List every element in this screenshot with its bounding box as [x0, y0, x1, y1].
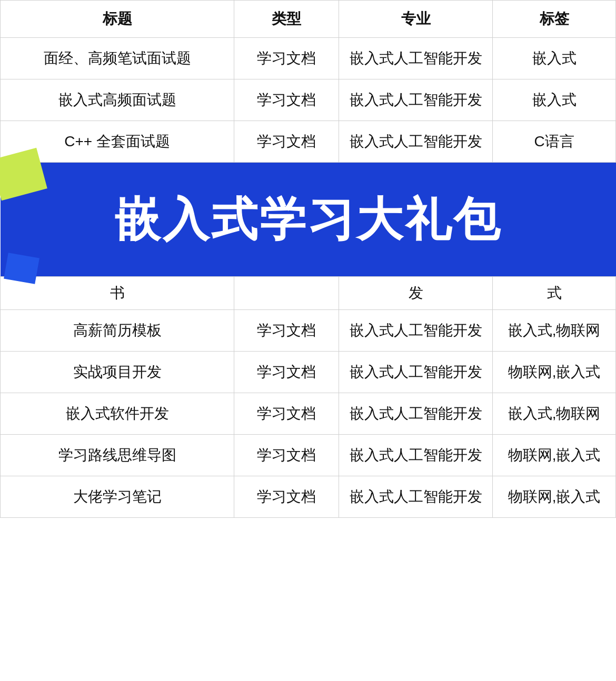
table-header-row: 标题 类型 专业 标签 [1, 1, 616, 38]
partial-col1: 书 [1, 277, 234, 310]
row-type: 学习文档 [234, 393, 339, 435]
row-tag: 嵌入式 [493, 79, 616, 121]
header-type: 类型 [234, 1, 339, 38]
row-type: 学习文档 [234, 435, 339, 476]
banner-background: 嵌入式学习大礼包 [1, 163, 616, 276]
row-tag: C语言 [493, 121, 616, 163]
row-type: 学习文档 [234, 352, 339, 393]
row-major: 嵌入式人工智能开发 [339, 435, 492, 476]
row-tag: 嵌入式 [493, 38, 616, 79]
row-type: 学习文档 [234, 476, 339, 518]
row-title: 学习路线思维导图 [1, 435, 234, 476]
row-tag: 嵌入式,物联网 [493, 393, 616, 435]
table-row: 嵌入式高频面试题 学习文档 嵌入式人工智能开发 嵌入式 [1, 79, 616, 121]
row-major: 嵌入式人工智能开发 [339, 352, 492, 393]
header-tag: 标签 [493, 1, 616, 38]
row-title: 面经、高频笔试面试题 [1, 38, 234, 79]
data-table: 标题 类型 专业 标签 面经、高频笔试面试题 学习文档 嵌入式人工智能开发 嵌入… [0, 0, 616, 518]
partial-col4: 式 [493, 277, 616, 310]
partial-col3: 发 [339, 277, 492, 310]
banner-corner-decoration-bl [4, 253, 39, 284]
row-title: 实战项目开发 [1, 352, 234, 393]
row-tag: 物联网,嵌入式 [493, 352, 616, 393]
row-tag: 物联网,嵌入式 [493, 435, 616, 476]
row-major: 嵌入式人工智能开发 [339, 38, 492, 79]
row-title: 嵌入式软件开发 [1, 393, 234, 435]
row-type: 学习文档 [234, 310, 339, 352]
row-type: 学习文档 [234, 79, 339, 121]
bottom-rows-body: 高薪简历模板 学习文档 嵌入式人工智能开发 嵌入式,物联网 实战项目开发 学习文… [1, 310, 616, 518]
table-row: 实战项目开发 学习文档 嵌入式人工智能开发 物联网,嵌入式 [1, 352, 616, 393]
row-type: 学习文档 [234, 38, 339, 79]
banner-overlay: 嵌入式学习大礼包 [1, 163, 616, 276]
banner-body: 嵌入式学习大礼包 书 发 式 [1, 163, 616, 310]
row-tag: 物联网,嵌入式 [493, 476, 616, 518]
table-row: 大佬学习笔记 学习文档 嵌入式人工智能开发 物联网,嵌入式 [1, 476, 616, 518]
banner-title: 嵌入式学习大礼包 [16, 185, 600, 254]
row-major: 嵌入式人工智能开发 [339, 310, 492, 352]
table-row: 面经、高频笔试面试题 学习文档 嵌入式人工智能开发 嵌入式 [1, 38, 616, 79]
row-major: 嵌入式人工智能开发 [339, 393, 492, 435]
row-major: 嵌入式人工智能开发 [339, 79, 492, 121]
table-row: 嵌入式软件开发 学习文档 嵌入式人工智能开发 嵌入式,物联网 [1, 393, 616, 435]
table-row: 高薪简历模板 学习文档 嵌入式人工智能开发 嵌入式,物联网 [1, 310, 616, 352]
header-major: 专业 [339, 1, 492, 38]
banner-cell: 嵌入式学习大礼包 [1, 163, 616, 277]
table-row: 学习路线思维导图 学习文档 嵌入式人工智能开发 物联网,嵌入式 [1, 435, 616, 476]
partial-col2 [234, 277, 339, 310]
row-title: 高薪简历模板 [1, 310, 234, 352]
row-title: 大佬学习笔记 [1, 476, 234, 518]
partial-row: 书 发 式 [1, 277, 616, 310]
header-title: 标题 [1, 1, 234, 38]
main-table-container: 标题 类型 专业 标签 面经、高频笔试面试题 学习文档 嵌入式人工智能开发 嵌入… [0, 0, 616, 518]
row-title: 嵌入式高频面试题 [1, 79, 234, 121]
row-tag: 嵌入式,物联网 [493, 310, 616, 352]
top-rows-body: 面经、高频笔试面试题 学习文档 嵌入式人工智能开发 嵌入式 嵌入式高频面试题 学… [1, 38, 616, 163]
row-type: 学习文档 [234, 121, 339, 163]
table-row: C++ 全套面试题 学习文档 嵌入式人工智能开发 C语言 [1, 121, 616, 163]
banner-row: 嵌入式学习大礼包 [1, 163, 616, 277]
row-major: 嵌入式人工智能开发 [339, 121, 492, 163]
row-major: 嵌入式人工智能开发 [339, 476, 492, 518]
